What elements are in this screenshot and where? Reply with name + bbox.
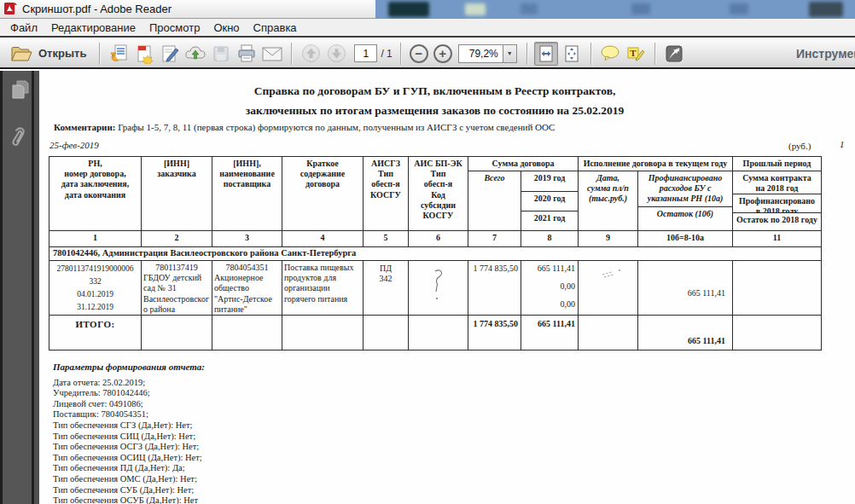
totals-empty bbox=[733, 316, 822, 350]
desktop-window-blob bbox=[730, 3, 748, 14]
pencil-dashes-mark bbox=[599, 266, 633, 280]
zoom-control: 79,2% ▼ bbox=[458, 44, 517, 63]
colnum-8: 8 bbox=[521, 231, 579, 247]
desktop-background-strip bbox=[375, 0, 855, 19]
add-comment-button[interactable] bbox=[598, 42, 622, 66]
toolbar-separator bbox=[291, 43, 292, 65]
highlight-text-icon: T bbox=[625, 44, 646, 63]
value-2020: 0,00 bbox=[523, 281, 575, 292]
header-exec-rest: Остаток (10б) bbox=[638, 207, 733, 231]
totals-label: ИТОГО: bbox=[49, 316, 142, 350]
page-thumbnails-icon[interactable] bbox=[9, 78, 32, 101]
comments-label: Комментарии: bbox=[54, 122, 115, 132]
window-title: Скриншот.pdf - Adobe Reader bbox=[22, 3, 172, 15]
pdf-page: Справка по договорам БУ и ГУП, включенны… bbox=[39, 71, 855, 504]
fit-page-button[interactable] bbox=[560, 42, 584, 66]
open-folder-icon bbox=[10, 45, 32, 62]
totals-financed: 665 111,41 bbox=[638, 316, 733, 350]
supplier-name: Акционерное общество "Артис-Детское пита… bbox=[214, 273, 272, 314]
menu-bar: Файл Редактирование Просмотр Окно Справк… bbox=[0, 19, 855, 38]
desktop-window-blob bbox=[809, 2, 843, 17]
cell-aisgz-type: ПД 342 bbox=[364, 261, 409, 316]
inn-customer-number: 7801137419 bbox=[143, 263, 210, 273]
cloud-upload-button[interactable] bbox=[183, 42, 207, 66]
export-pdf-button[interactable] bbox=[107, 42, 131, 66]
toolbar-separator bbox=[654, 43, 655, 65]
tools-panel-button[interactable]: Инструменты bbox=[796, 47, 855, 61]
header-subject: Краткое содержание договора bbox=[282, 157, 364, 231]
menu-file[interactable]: Файл bbox=[3, 20, 44, 36]
header-past-sum: Сумма контракта на 2018 год bbox=[733, 171, 822, 194]
param-line: Тип обеспечения СУБ (Да,Нет): Нет; bbox=[53, 485, 205, 496]
header-group-past: Прошлый период bbox=[733, 157, 822, 171]
save-floppy-icon bbox=[212, 44, 230, 63]
param-line: Тип обеспечения СИЦ (Да,Нет): Нет; bbox=[53, 432, 205, 443]
title-bar[interactable]: Скриншот.pdf - Adobe Reader bbox=[0, 0, 855, 19]
open-button[interactable]: Открыть bbox=[7, 42, 93, 66]
contracts-table: РН, номер договора, дата заключения, дат… bbox=[49, 156, 822, 350]
colnum-4: 4 bbox=[282, 231, 364, 247]
param-line: Тип обеспечения ОСУБ (Да,Нет): Нет bbox=[53, 495, 205, 504]
fullscreen-icon bbox=[664, 43, 684, 64]
comments-line: Комментарии: Графы 1-5, 7, 8, 11 (первая… bbox=[54, 122, 555, 132]
document-area: Справка по договорам БУ и ГУП, включенны… bbox=[0, 71, 855, 504]
colnum-1: 1 bbox=[49, 231, 142, 247]
colnum-5: 5 bbox=[364, 231, 409, 247]
cell-rn: 2780113741919000006 332 04.01.2019 31.12… bbox=[49, 261, 142, 316]
totals-empty bbox=[142, 316, 212, 350]
zoom-level-value[interactable]: 79,2% bbox=[458, 44, 503, 63]
menu-window[interactable]: Окно bbox=[206, 20, 246, 36]
colnum-7: 7 bbox=[468, 231, 521, 247]
colnum-3: 3 bbox=[212, 231, 282, 247]
customer-name: ГБДОУ детский сад № 31 Василеостровского… bbox=[143, 273, 209, 314]
comment-bubble-icon bbox=[600, 44, 620, 63]
attachments-paperclip-icon[interactable] bbox=[9, 124, 32, 153]
cell-years: 665 111,41 0,00 0,00 bbox=[521, 261, 579, 316]
menu-view[interactable]: Просмотр bbox=[142, 20, 206, 36]
header-group-exec: Исполнение договора в текущем году bbox=[579, 157, 733, 171]
page-number-input[interactable] bbox=[354, 44, 377, 62]
highlight-text-button[interactable]: T bbox=[624, 42, 648, 66]
zoom-dropdown-arrow[interactable]: ▼ bbox=[503, 44, 517, 63]
cell-payment-date bbox=[579, 261, 638, 316]
adobe-pdf-icon bbox=[4, 3, 17, 15]
cell-total: 1 774 835,50 bbox=[468, 261, 521, 316]
header-year-2019: 2019 год bbox=[521, 171, 579, 192]
fit-width-button[interactable] bbox=[534, 42, 558, 66]
totals-empty bbox=[212, 316, 282, 350]
header-year-2020: 2020 год bbox=[521, 192, 579, 211]
print-button[interactable] bbox=[235, 42, 259, 66]
sign-document-button[interactable] bbox=[158, 42, 182, 66]
desktop-window-blob bbox=[521, 3, 538, 14]
totals-empty bbox=[409, 316, 468, 350]
totals-sum: 1 774 835,50 bbox=[468, 316, 521, 350]
menu-edit[interactable]: Редактирование bbox=[44, 20, 142, 36]
zoom-out-button[interactable]: − bbox=[410, 44, 428, 63]
svg-text:T: T bbox=[630, 48, 637, 58]
header-exec-financed: Профинансировано расходов БУ с указанным… bbox=[638, 171, 733, 207]
param-line: Лицевой счет: 0491086; bbox=[53, 399, 205, 410]
colnum-6: 6 bbox=[409, 231, 468, 247]
colnum-9: 9 bbox=[579, 231, 638, 247]
save-button[interactable] bbox=[209, 42, 233, 66]
totals-empty bbox=[364, 316, 409, 350]
email-button[interactable] bbox=[260, 42, 284, 66]
colnum-2: 2 bbox=[142, 231, 212, 247]
fullscreen-button[interactable] bbox=[662, 42, 686, 66]
desktop-window-blob bbox=[465, 3, 486, 15]
next-page-button[interactable] bbox=[324, 42, 348, 66]
param-line: Тип обеспечения СГЗ (Да,Нет): Нет; bbox=[53, 420, 205, 432]
header-rn: РН, номер договора, дата заключения, дат… bbox=[49, 157, 142, 231]
menu-help[interactable]: Справка bbox=[247, 20, 304, 36]
report-parameters: Параметры формирования отчета: Дата отче… bbox=[53, 362, 205, 504]
toolbar-separator bbox=[99, 43, 100, 65]
header-past-financed: Профинансировано в 2018 году bbox=[733, 194, 822, 213]
create-pdf-button[interactable] bbox=[132, 42, 156, 66]
zoom-in-button[interactable]: + bbox=[433, 44, 452, 63]
print-icon bbox=[236, 43, 257, 64]
header-aisgz: АИСГЗ Тип обесп-я КОСГУ bbox=[364, 157, 409, 231]
comments-text: Графы 1-5, 7, 8, 11 (первая строка) форм… bbox=[115, 122, 555, 132]
page-number-note: 1 bbox=[840, 139, 845, 149]
previous-page-button[interactable] bbox=[299, 42, 323, 66]
currency-note: (руб.) bbox=[788, 141, 811, 151]
